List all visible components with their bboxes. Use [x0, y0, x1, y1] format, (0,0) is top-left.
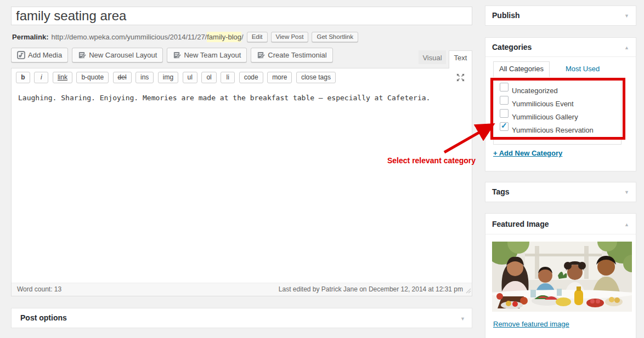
category-row: ✓ Uncategorized [494, 83, 621, 96]
chevron-up-icon[interactable]: ▲ [624, 45, 629, 50]
qt-ins-button[interactable]: ins [135, 72, 154, 83]
fullscreen-icon[interactable] [456, 73, 465, 84]
qt-bquote-button[interactable]: b-quote [76, 72, 109, 83]
post-editor: b i link b-quote del ins img ul ol li co… [11, 68, 472, 296]
category-row: ✓ Yummilicious Reservation [494, 122, 621, 135]
create-testimonial-button[interactable]: Create Testimonial [251, 48, 332, 62]
post-options-panel: Post options ▼ [11, 308, 472, 328]
publish-panel: Publish ▼ [485, 5, 636, 26]
last-edited-text: Last edited by Patrick Jane on December … [279, 285, 463, 293]
get-shortlink-button[interactable]: Get Shortlink [312, 32, 358, 42]
permalink-label: Permalink: [12, 33, 48, 41]
qt-more-button[interactable]: more [267, 72, 292, 83]
edit-permalink-button[interactable]: Edit [247, 32, 268, 42]
tab-text[interactable]: Text [449, 50, 472, 68]
qt-img-button[interactable]: img [158, 72, 178, 83]
add-media-button[interactable]: Add Media [11, 48, 68, 62]
category-label: Uncategorized [512, 87, 558, 95]
new-team-layout-button[interactable]: New Team Layout [167, 48, 247, 62]
word-count: Word count: 13 [17, 285, 61, 293]
permalink-url: http://demo.wpeka.com/yummilicious/2014/… [51, 33, 207, 41]
featured-image-title: Featured Image [485, 214, 636, 234]
category-checkbox-yummilicious-reservation[interactable]: ✓ [500, 122, 509, 131]
page-edit-icon [173, 51, 181, 59]
chevron-down-icon[interactable]: ▼ [460, 316, 465, 322]
qt-del-button[interactable]: del [113, 72, 132, 83]
post-title-input[interactable] [11, 7, 472, 25]
media-toolbar: Add Media New Carousel Layout New Team L… [11, 48, 333, 62]
new-carousel-layout-label: New Carousel Layout [89, 51, 157, 59]
permalink-slug: family-blog [207, 32, 241, 42]
chevron-up-icon[interactable]: ▲ [624, 222, 629, 227]
categories-title: Categories [485, 38, 636, 57]
qt-ul-button[interactable]: ul [183, 72, 197, 83]
page-edit-icon [78, 51, 86, 59]
qt-li-button[interactable]: li [221, 72, 235, 83]
view-post-button[interactable]: View Post [271, 32, 309, 42]
chevron-down-icon[interactable]: ▼ [624, 13, 629, 19]
qt-link-button[interactable]: link [53, 72, 72, 83]
add-new-category-link[interactable]: + Add New Category [493, 149, 562, 157]
new-team-layout-label: New Team Layout [184, 51, 241, 59]
tags-panel: Tags ▼ [485, 182, 636, 202]
page-edit-icon [257, 51, 265, 59]
tab-all-categories[interactable]: All Categories [493, 61, 550, 77]
qt-italic-button[interactable]: i [34, 72, 48, 83]
category-label: Yummilicious Reservation [512, 126, 594, 134]
tab-most-used[interactable]: Most Used [566, 65, 600, 73]
qt-closetags-button[interactable]: close tags [296, 72, 336, 83]
check-icon: ✓ [501, 121, 507, 130]
category-checkbox-yummilicious-gallery[interactable]: ✓ [500, 109, 509, 118]
add-media-icon [17, 51, 25, 59]
category-label: Yummilicious Event [512, 100, 574, 108]
featured-image-thumbnail[interactable] [492, 242, 632, 312]
editor-status-bar: Word count: 13 Last edited by Patrick Ja… [12, 283, 472, 296]
chevron-down-icon[interactable]: ▼ [624, 190, 629, 195]
category-checklist: ✓ Uncategorized ✓ Yummilicious Event ✓ Y… [493, 79, 622, 145]
quicktags-toolbar: b i link b-quote del ins img ul ol li co… [12, 68, 472, 87]
category-row: ✓ Yummilicious Event [494, 96, 621, 109]
qt-bold-button[interactable]: b [16, 72, 30, 83]
annotation-label: Select relevant category [387, 156, 481, 165]
qt-code-button[interactable]: code [239, 72, 263, 83]
category-checkbox-uncategorized[interactable]: ✓ [500, 83, 509, 91]
add-media-label: Add Media [28, 51, 62, 59]
tab-visual[interactable]: Visual [419, 50, 446, 64]
permalink-url-suffix: / [241, 33, 244, 41]
publish-title: Publish [485, 6, 636, 25]
post-options-title: Post options [12, 308, 472, 328]
create-testimonial-label: Create Testimonial [268, 51, 326, 59]
tags-title: Tags [485, 182, 636, 202]
categories-panel: Categories ▲ All Categories Most Used ✓ … [485, 37, 636, 171]
category-checkbox-yummilicious-event[interactable]: ✓ [500, 96, 509, 105]
qt-ol-button[interactable]: ol [201, 72, 216, 83]
remove-featured-image-link[interactable]: Remove featured image [493, 320, 569, 328]
featured-image-panel: Featured Image ▲ [485, 213, 636, 338]
permalink-row: Permalink: http://demo.wpeka.com/yummili… [12, 30, 358, 44]
editor-resize-handle[interactable] [464, 287, 471, 295]
new-carousel-layout-button[interactable]: New Carousel Layout [72, 48, 163, 62]
post-content-textarea[interactable]: Laughing. Sharing. Enjoying. Memories ar… [12, 87, 472, 283]
category-label: Yummilicious Gallery [512, 113, 578, 121]
category-row: ✓ Yummilicious Gallery [494, 109, 621, 122]
